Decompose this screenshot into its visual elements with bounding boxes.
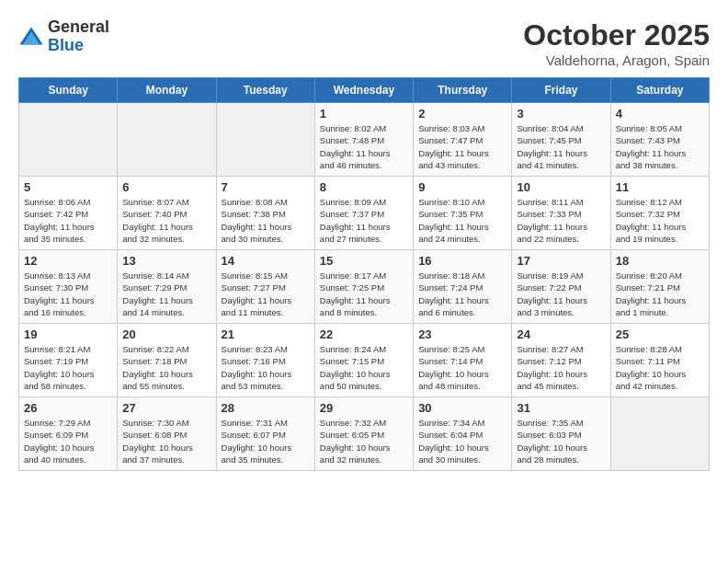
calendar-cell: 22Sunrise: 8:24 AM Sunset: 7:15 PM Dayli… bbox=[314, 324, 413, 397]
day-number: 28 bbox=[222, 401, 310, 415]
day-number: 22 bbox=[320, 327, 408, 341]
day-info: Sunrise: 8:17 AM Sunset: 7:25 PM Dayligh… bbox=[320, 270, 408, 318]
day-info: Sunrise: 8:22 AM Sunset: 7:18 PM Dayligh… bbox=[122, 343, 210, 392]
calendar-cell: 23Sunrise: 8:25 AM Sunset: 7:14 PM Dayli… bbox=[414, 324, 512, 397]
day-number: 9 bbox=[418, 180, 506, 194]
day-info: Sunrise: 8:21 AM Sunset: 7:19 PM Dayligh… bbox=[24, 343, 112, 392]
day-header-tuesday: Tuesday bbox=[216, 78, 314, 103]
day-number: 29 bbox=[320, 401, 408, 415]
day-info: Sunrise: 8:20 AM Sunset: 7:21 PM Dayligh… bbox=[616, 270, 704, 318]
day-number: 15 bbox=[320, 254, 408, 268]
day-number: 21 bbox=[222, 327, 310, 341]
calendar-cell: 19Sunrise: 8:21 AM Sunset: 7:19 PM Dayli… bbox=[19, 324, 118, 397]
day-header-saturday: Saturday bbox=[610, 78, 709, 103]
calendar-cell: 4Sunrise: 8:05 AM Sunset: 7:43 PM Daylig… bbox=[610, 103, 709, 177]
day-info: Sunrise: 8:25 AM Sunset: 7:14 PM Dayligh… bbox=[418, 343, 506, 392]
day-info: Sunrise: 8:27 AM Sunset: 7:12 PM Dayligh… bbox=[517, 343, 605, 392]
calendar-cell: 2Sunrise: 8:03 AM Sunset: 7:47 PM Daylig… bbox=[414, 103, 512, 177]
week-row-3: 12Sunrise: 8:13 AM Sunset: 7:30 PM Dayli… bbox=[19, 250, 710, 324]
day-number: 27 bbox=[122, 401, 210, 415]
day-info: Sunrise: 8:08 AM Sunset: 7:38 PM Dayligh… bbox=[222, 196, 310, 245]
days-header-row: SundayMondayTuesdayWednesdayThursdayFrid… bbox=[19, 78, 710, 103]
calendar-cell: 10Sunrise: 8:11 AM Sunset: 7:33 PM Dayli… bbox=[512, 177, 610, 250]
calendar-cell: 24Sunrise: 8:27 AM Sunset: 7:12 PM Dayli… bbox=[512, 324, 610, 397]
calendar-cell: 9Sunrise: 8:10 AM Sunset: 7:35 PM Daylig… bbox=[414, 177, 512, 250]
day-number: 7 bbox=[222, 180, 310, 194]
calendar-cell: 14Sunrise: 8:15 AM Sunset: 7:27 PM Dayli… bbox=[216, 250, 314, 324]
day-info: Sunrise: 8:14 AM Sunset: 7:29 PM Dayligh… bbox=[122, 270, 210, 318]
logo-text: General Blue bbox=[48, 18, 109, 55]
day-info: Sunrise: 7:29 AM Sunset: 6:09 PM Dayligh… bbox=[24, 417, 112, 465]
calendar-cell: 12Sunrise: 8:13 AM Sunset: 7:30 PM Dayli… bbox=[19, 250, 118, 324]
day-number: 2 bbox=[418, 107, 506, 121]
calendar-cell: 28Sunrise: 7:31 AM Sunset: 6:07 PM Dayli… bbox=[216, 397, 314, 471]
day-info: Sunrise: 8:02 AM Sunset: 7:48 PM Dayligh… bbox=[320, 122, 408, 171]
calendar-table: SundayMondayTuesdayWednesdayThursdayFrid… bbox=[18, 77, 710, 471]
day-info: Sunrise: 8:11 AM Sunset: 7:33 PM Dayligh… bbox=[517, 196, 605, 245]
day-number: 30 bbox=[418, 401, 506, 415]
day-number: 4 bbox=[616, 107, 704, 121]
day-number: 26 bbox=[24, 401, 112, 415]
day-info: Sunrise: 8:23 AM Sunset: 7:16 PM Dayligh… bbox=[222, 343, 310, 392]
day-info: Sunrise: 7:31 AM Sunset: 6:07 PM Dayligh… bbox=[222, 417, 310, 465]
day-info: Sunrise: 8:12 AM Sunset: 7:32 PM Dayligh… bbox=[616, 196, 704, 245]
day-header-monday: Monday bbox=[118, 78, 216, 103]
day-header-wednesday: Wednesday bbox=[314, 78, 413, 103]
logo: General Blue bbox=[18, 18, 109, 55]
calendar-cell: 20Sunrise: 8:22 AM Sunset: 7:18 PM Dayli… bbox=[118, 324, 216, 397]
calendar-cell: 21Sunrise: 8:23 AM Sunset: 7:16 PM Dayli… bbox=[216, 324, 314, 397]
day-number: 3 bbox=[517, 107, 605, 121]
day-number: 13 bbox=[122, 254, 210, 268]
day-header-friday: Friday bbox=[512, 78, 610, 103]
calendar-cell: 29Sunrise: 7:32 AM Sunset: 6:05 PM Dayli… bbox=[314, 397, 413, 471]
day-info: Sunrise: 7:30 AM Sunset: 6:08 PM Dayligh… bbox=[122, 417, 210, 465]
calendar-cell: 8Sunrise: 8:09 AM Sunset: 7:37 PM Daylig… bbox=[314, 177, 413, 250]
day-number: 16 bbox=[418, 254, 506, 268]
title-block: October 2025 Valdehorna, Aragon, Spain bbox=[523, 18, 710, 68]
calendar-cell: 30Sunrise: 7:34 AM Sunset: 6:04 PM Dayli… bbox=[414, 397, 512, 471]
calendar-cell: 6Sunrise: 8:07 AM Sunset: 7:40 PM Daylig… bbox=[118, 177, 216, 250]
day-info: Sunrise: 8:10 AM Sunset: 7:35 PM Dayligh… bbox=[418, 196, 506, 245]
calendar-cell: 13Sunrise: 8:14 AM Sunset: 7:29 PM Dayli… bbox=[118, 250, 216, 324]
calendar-cell: 27Sunrise: 7:30 AM Sunset: 6:08 PM Dayli… bbox=[118, 397, 216, 471]
day-info: Sunrise: 7:32 AM Sunset: 6:05 PM Dayligh… bbox=[320, 417, 408, 465]
month-title: October 2025 bbox=[523, 18, 710, 52]
calendar-cell: 5Sunrise: 8:06 AM Sunset: 7:42 PM Daylig… bbox=[19, 177, 118, 250]
day-info: Sunrise: 8:06 AM Sunset: 7:42 PM Dayligh… bbox=[24, 196, 112, 245]
day-info: Sunrise: 7:34 AM Sunset: 6:04 PM Dayligh… bbox=[418, 417, 506, 465]
day-info: Sunrise: 8:07 AM Sunset: 7:40 PM Dayligh… bbox=[122, 196, 210, 245]
day-number: 31 bbox=[517, 401, 605, 415]
day-info: Sunrise: 8:13 AM Sunset: 7:30 PM Dayligh… bbox=[24, 270, 112, 318]
calendar-cell: 18Sunrise: 8:20 AM Sunset: 7:21 PM Dayli… bbox=[610, 250, 709, 324]
location: Valdehorna, Aragon, Spain bbox=[523, 52, 710, 68]
day-info: Sunrise: 8:03 AM Sunset: 7:47 PM Dayligh… bbox=[418, 122, 506, 171]
week-row-4: 19Sunrise: 8:21 AM Sunset: 7:19 PM Dayli… bbox=[19, 324, 710, 397]
day-number: 24 bbox=[517, 327, 605, 341]
week-row-1: 1Sunrise: 8:02 AM Sunset: 7:48 PM Daylig… bbox=[19, 103, 710, 177]
day-number: 17 bbox=[517, 254, 605, 268]
week-row-2: 5Sunrise: 8:06 AM Sunset: 7:42 PM Daylig… bbox=[19, 177, 710, 250]
calendar-cell: 16Sunrise: 8:18 AM Sunset: 7:24 PM Dayli… bbox=[414, 250, 512, 324]
logo-icon bbox=[18, 24, 44, 50]
calendar-cell: 15Sunrise: 8:17 AM Sunset: 7:25 PM Dayli… bbox=[314, 250, 413, 324]
day-info: Sunrise: 8:15 AM Sunset: 7:27 PM Dayligh… bbox=[222, 270, 310, 318]
day-number: 8 bbox=[320, 180, 408, 194]
day-number: 6 bbox=[122, 180, 210, 194]
logo-blue: Blue bbox=[48, 37, 109, 55]
day-info: Sunrise: 8:19 AM Sunset: 7:22 PM Dayligh… bbox=[517, 270, 605, 318]
day-info: Sunrise: 8:05 AM Sunset: 7:43 PM Dayligh… bbox=[616, 122, 704, 171]
calendar-cell: 25Sunrise: 8:28 AM Sunset: 7:11 PM Dayli… bbox=[610, 324, 709, 397]
calendar-cell bbox=[118, 103, 216, 177]
calendar-cell bbox=[610, 397, 709, 471]
day-number: 11 bbox=[616, 180, 704, 194]
week-row-5: 26Sunrise: 7:29 AM Sunset: 6:09 PM Dayli… bbox=[19, 397, 710, 471]
calendar-cell: 11Sunrise: 8:12 AM Sunset: 7:32 PM Dayli… bbox=[610, 177, 709, 250]
day-number: 14 bbox=[222, 254, 310, 268]
day-info: Sunrise: 7:35 AM Sunset: 6:03 PM Dayligh… bbox=[517, 417, 605, 465]
calendar-cell: 31Sunrise: 7:35 AM Sunset: 6:03 PM Dayli… bbox=[512, 397, 610, 471]
calendar-cell: 1Sunrise: 8:02 AM Sunset: 7:48 PM Daylig… bbox=[314, 103, 413, 177]
day-info: Sunrise: 8:09 AM Sunset: 7:37 PM Dayligh… bbox=[320, 196, 408, 245]
day-info: Sunrise: 8:24 AM Sunset: 7:15 PM Dayligh… bbox=[320, 343, 408, 392]
calendar-cell: 7Sunrise: 8:08 AM Sunset: 7:38 PM Daylig… bbox=[216, 177, 314, 250]
day-number: 19 bbox=[24, 327, 112, 341]
